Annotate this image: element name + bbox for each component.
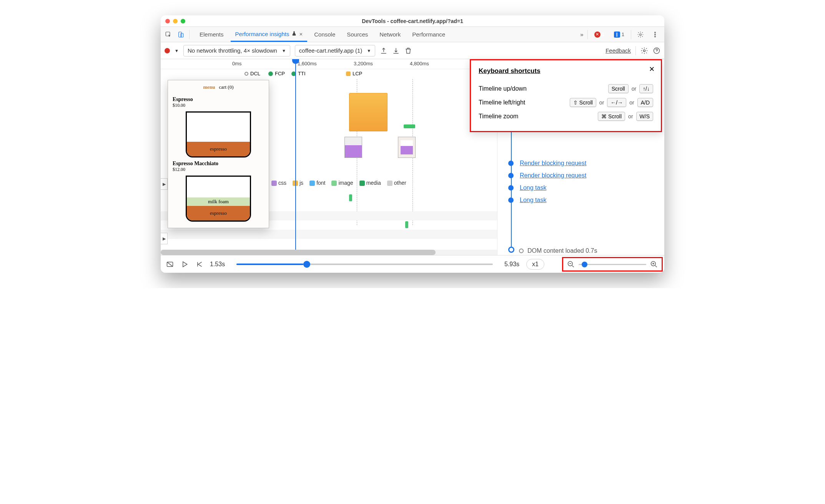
export-icon[interactable] <box>380 47 388 55</box>
preview-item-2-title: Espresso Macchiato <box>173 161 264 167</box>
key-ws: W/S <box>636 112 653 121</box>
preview-item-1-price: $10.00 <box>173 103 264 108</box>
key-arrows-horizontal: ←/→ <box>607 98 626 107</box>
insight-render-blocking-1[interactable]: Render blocking request <box>520 160 586 167</box>
insights-toolbar: ▼ No network throttling, 4× slowdown▼ co… <box>161 42 664 59</box>
zoom-window-dot[interactable] <box>181 19 185 23</box>
lcp-block <box>349 93 388 131</box>
help-icon[interactable] <box>653 47 660 55</box>
screenshot-preview: menu cart (0) Espresso $10.00 espresso E… <box>168 80 269 228</box>
device-toggle-icon[interactable] <box>175 29 186 40</box>
resource-legend: css js font image media other <box>271 180 406 186</box>
goto-start-icon[interactable] <box>195 260 203 268</box>
zoom-in-icon[interactable] <box>650 260 658 268</box>
resource-bar-1 <box>349 194 352 201</box>
delete-icon[interactable] <box>404 47 412 55</box>
time-end: 5.93s <box>504 261 519 268</box>
tick-1: 1,600ms <box>298 61 317 66</box>
import-icon[interactable] <box>392 47 400 55</box>
info-badge[interactable]: ❙1 <box>611 31 627 38</box>
tab-performance-insights[interactable]: Performance insights × <box>231 27 308 42</box>
preview-item-1-title: Espresso <box>173 96 264 103</box>
flask-icon <box>291 31 297 37</box>
tick-0: 0ms <box>232 61 242 66</box>
expand-lane-2[interactable]: ▶ <box>161 233 168 244</box>
horizontal-scrollbar[interactable] <box>161 250 497 255</box>
tab-performance[interactable]: Performance <box>408 27 450 42</box>
svg-rect-2 <box>181 33 183 37</box>
zoom-out-icon[interactable] <box>567 260 575 268</box>
insight-dcl[interactable]: DOM content loaded 0.7s <box>519 247 597 254</box>
playback-speed[interactable]: x1 <box>526 259 544 270</box>
expand-lane-1[interactable]: ▶ <box>161 178 168 190</box>
screenshot-thumb-1[interactable] <box>344 137 362 158</box>
svg-point-3 <box>640 33 642 35</box>
close-window-dot[interactable] <box>165 19 170 23</box>
key-shift-scroll: ⇧ Scroll <box>570 98 596 107</box>
keyboard-shortcuts-popup: Keyboard shortcuts ✕ Timeline up/down Sc… <box>470 59 662 132</box>
more-tabs-chevron[interactable]: » <box>580 31 583 38</box>
key-scroll: Scroll <box>608 84 629 93</box>
titlebar: DevTools - coffee-cart.netlify.app/?ad=1 <box>161 15 664 27</box>
window-title: DevTools - coffee-cart.netlify.app/?ad=1 <box>362 18 463 24</box>
cup-icon-2: espresso milk foam <box>186 176 251 222</box>
tab-sources[interactable]: Sources <box>342 27 373 42</box>
preview-item-2-price: $12.00 <box>173 167 264 172</box>
svg-point-7 <box>644 50 645 51</box>
insight-timeline-end <box>508 247 514 253</box>
playhead[interactable] <box>295 59 296 255</box>
svg-point-6 <box>655 36 656 37</box>
resource-bar-2 <box>405 221 408 228</box>
svg-point-5 <box>655 34 656 35</box>
dcl-marker-icon <box>245 72 248 76</box>
fcp-marker-icon <box>268 71 273 76</box>
devtools-window: DevTools - coffee-cart.netlify.app/?ad=1… <box>161 15 664 273</box>
devtools-tabs-bar: Elements Performance insights × Console … <box>161 27 664 42</box>
settings-gear-icon[interactable] <box>635 29 646 40</box>
minimize-window-dot[interactable] <box>173 19 178 23</box>
svg-rect-1 <box>179 32 182 37</box>
tab-network[interactable]: Network <box>375 27 405 42</box>
no-screenshot-icon[interactable] <box>166 260 174 268</box>
feedback-link[interactable]: Feedback <box>605 47 631 54</box>
zoom-controls <box>562 257 663 272</box>
playback-slider[interactable] <box>236 264 493 265</box>
inspect-icon[interactable] <box>163 29 174 40</box>
preview-tab-menu: menu <box>203 84 215 90</box>
kbd-row-2-label: Timeline left/right <box>479 99 570 106</box>
tick-2: 3,200ms <box>354 61 373 66</box>
fcp-block <box>404 124 415 128</box>
insight-long-task-2[interactable]: Long task <box>520 197 546 204</box>
close-tab-icon[interactable]: × <box>299 31 303 37</box>
preview-tab-cart: cart (0) <box>219 84 234 90</box>
timeline-panel[interactable]: 0ms 1,600ms 3,200ms 4,800ms DCL FCP TTI … <box>161 59 497 255</box>
recording-select[interactable]: coffee-cart.netlify.app (1)▼ <box>295 45 375 56</box>
record-dropdown-icon[interactable]: ▼ <box>175 48 179 53</box>
cup-icon-1: espresso <box>186 111 251 158</box>
key-arrows-vertical: ↑/↓ <box>639 84 653 93</box>
screenshot-thumb-2[interactable] <box>398 137 416 158</box>
close-icon[interactable]: ✕ <box>649 65 655 73</box>
panel-settings-icon[interactable] <box>640 47 648 55</box>
svg-point-4 <box>655 32 656 33</box>
metric-markers: DCL FCP TTI LCP <box>161 69 497 79</box>
tick-3: 4,800ms <box>410 61 429 66</box>
lcp-marker-icon <box>346 71 351 76</box>
insight-render-blocking-2[interactable]: Render blocking request <box>520 172 586 179</box>
tab-elements[interactable]: Elements <box>195 27 228 42</box>
kbd-row-3-label: Timeline zoom <box>479 113 598 120</box>
play-icon[interactable] <box>181 260 188 268</box>
zoom-slider[interactable] <box>579 264 646 265</box>
record-button[interactable] <box>165 48 170 53</box>
kebab-menu-icon[interactable] <box>650 29 660 40</box>
tab-console[interactable]: Console <box>309 27 340 42</box>
error-badge[interactable]: ✕1 <box>592 31 607 38</box>
key-ad: A/D <box>637 98 653 107</box>
insight-long-task-1[interactable]: Long task <box>520 184 546 191</box>
throttling-select[interactable]: No network throttling, 4× slowdown▼ <box>183 45 290 56</box>
kbd-title: Keyboard shortcuts <box>479 67 653 75</box>
key-cmd-scroll: ⌘ Scroll <box>598 112 625 121</box>
time-start: 1.53s <box>210 261 225 268</box>
replay-footer: 1.53s 5.93s x1 <box>161 255 664 273</box>
content-area: 0ms 1,600ms 3,200ms 4,800ms DCL FCP TTI … <box>161 59 664 255</box>
